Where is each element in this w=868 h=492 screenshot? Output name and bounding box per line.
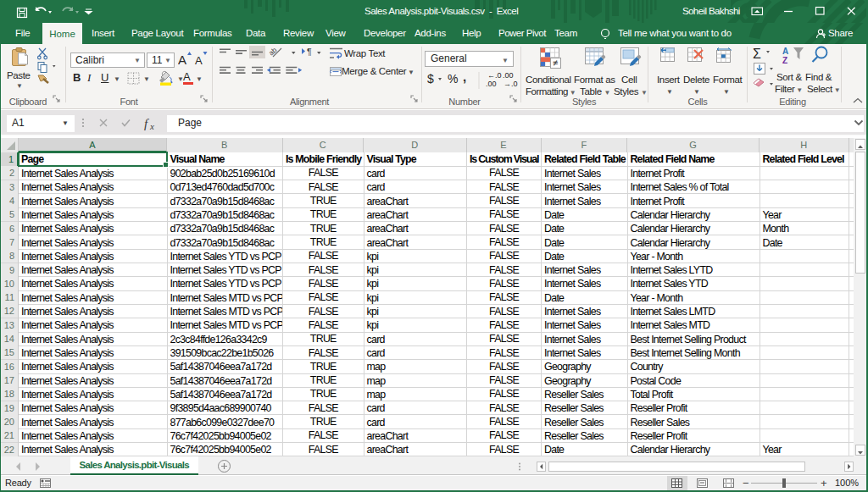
svg-text:A: A: [195, 54, 203, 67]
svg-text:A: A: [178, 53, 186, 67]
svg-text:←.0: ←.0: [487, 71, 502, 80]
svg-text:≠: ≠: [553, 58, 558, 68]
svg-text:¶: ¶: [307, 47, 312, 57]
svg-text:Σ: Σ: [753, 47, 761, 61]
svg-text:x: x: [149, 121, 154, 131]
svg-text:,: ,: [463, 69, 466, 84]
svg-text:.00: .00: [486, 80, 497, 88]
svg-text:A: A: [782, 47, 788, 56]
svg-text:f: f: [144, 117, 149, 130]
svg-text:$: $: [427, 72, 434, 86]
svg-text:Z: Z: [782, 56, 787, 65]
svg-text:→.0: →.0: [504, 80, 518, 88]
svg-text:.00: .00: [503, 71, 514, 80]
svg-text:ab: ab: [267, 46, 279, 58]
svg-text:%: %: [448, 72, 458, 86]
